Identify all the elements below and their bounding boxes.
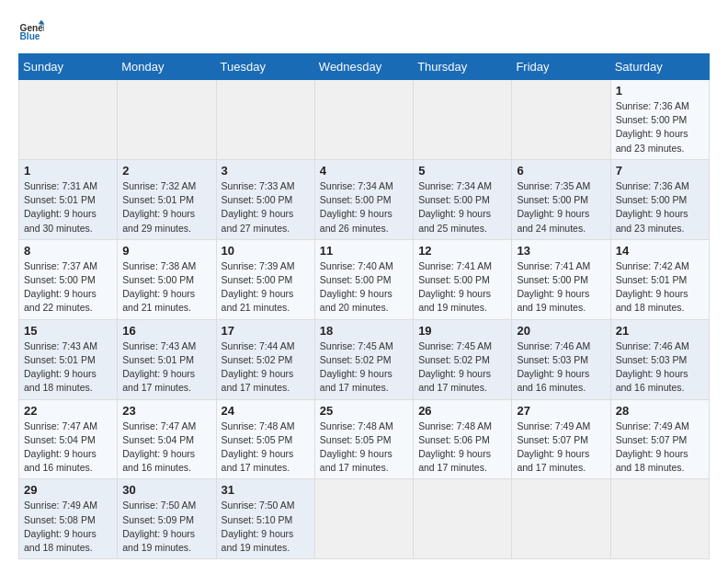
week-row-6: 29Sunrise: 7:49 AMSunset: 5:08 PMDayligh… [19, 479, 710, 559]
day-info: Sunrise: 7:34 AMSunset: 5:00 PMDaylight:… [418, 180, 492, 234]
day-info: Sunrise: 7:41 AMSunset: 5:00 PMDaylight:… [517, 260, 590, 314]
day-number: 26 [418, 404, 506, 418]
day-info: Sunrise: 7:50 AMSunset: 5:09 PMDaylight:… [122, 500, 196, 553]
calendar-cell [216, 80, 314, 160]
day-info: Sunrise: 7:45 AMSunset: 5:02 PMDaylight:… [320, 340, 393, 394]
calendar-cell: 6Sunrise: 7:35 AMSunset: 5:00 PMDaylight… [512, 159, 610, 239]
calendar-cell: 22Sunrise: 7:47 AMSunset: 5:04 PMDayligh… [19, 399, 118, 479]
day-info: Sunrise: 7:40 AMSunset: 5:00 PMDaylight:… [320, 260, 393, 314]
day-info: Sunrise: 7:43 AMSunset: 5:01 PMDaylight:… [24, 340, 97, 394]
day-number: 1 [24, 164, 112, 178]
day-info: Sunrise: 7:49 AMSunset: 5:07 PMDaylight:… [517, 420, 590, 474]
week-row-2: 1Sunrise: 7:31 AMSunset: 5:01 PMDaylight… [19, 159, 710, 239]
calendar-cell: 25Sunrise: 7:48 AMSunset: 5:05 PMDayligh… [314, 399, 413, 479]
day-number: 6 [517, 164, 605, 178]
day-number: 20 [517, 324, 605, 338]
calendar-cell: 3Sunrise: 7:33 AMSunset: 5:00 PMDaylight… [216, 159, 314, 239]
day-number: 13 [517, 244, 605, 258]
day-number: 23 [122, 404, 210, 418]
day-info: Sunrise: 7:38 AMSunset: 5:00 PMDaylight:… [122, 260, 196, 314]
calendar-cell: 1Sunrise: 7:31 AMSunset: 5:01 PMDaylight… [19, 159, 118, 239]
day-header-monday: Monday [118, 54, 216, 80]
day-header-friday: Friday [512, 54, 610, 80]
calendar-cell: 7Sunrise: 7:36 AMSunset: 5:00 PMDaylight… [610, 159, 709, 239]
day-number: 24 [222, 404, 310, 418]
day-number: 7 [616, 164, 704, 178]
day-number: 31 [222, 483, 310, 497]
calendar-cell: 2Sunrise: 7:32 AMSunset: 5:01 PMDaylight… [118, 159, 216, 239]
day-number: 21 [616, 324, 704, 338]
day-info: Sunrise: 7:35 AMSunset: 5:00 PMDaylight:… [517, 180, 590, 234]
calendar-cell: 10Sunrise: 7:39 AMSunset: 5:00 PMDayligh… [216, 239, 314, 319]
day-number: 12 [418, 244, 506, 258]
day-number: 16 [122, 324, 210, 338]
calendar-cell: 17Sunrise: 7:44 AMSunset: 5:02 PMDayligh… [216, 319, 314, 399]
calendar-cell: 18Sunrise: 7:45 AMSunset: 5:02 PMDayligh… [314, 319, 413, 399]
calendar-cell [19, 80, 118, 160]
calendar-cell [414, 479, 512, 559]
calendar-cell: 12Sunrise: 7:41 AMSunset: 5:00 PMDayligh… [414, 239, 512, 319]
day-number: 1 [616, 84, 704, 98]
calendar-cell [610, 479, 709, 559]
day-number: 10 [222, 244, 310, 258]
day-info: Sunrise: 7:50 AMSunset: 5:10 PMDaylight:… [222, 500, 295, 553]
calendar-cell: 11Sunrise: 7:40 AMSunset: 5:00 PMDayligh… [314, 239, 413, 319]
calendar-cell [512, 80, 610, 160]
day-number: 14 [616, 244, 704, 258]
calendar-cell: 13Sunrise: 7:41 AMSunset: 5:00 PMDayligh… [512, 239, 610, 319]
calendar-cell [512, 479, 610, 559]
day-info: Sunrise: 7:31 AMSunset: 5:01 PMDaylight:… [24, 180, 97, 234]
day-info: Sunrise: 7:36 AMSunset: 5:00 PMDaylight:… [616, 180, 689, 234]
day-number: 19 [418, 324, 506, 338]
calendar-cell: 28Sunrise: 7:49 AMSunset: 5:07 PMDayligh… [610, 399, 709, 479]
day-info: Sunrise: 7:48 AMSunset: 5:05 PMDaylight:… [320, 420, 393, 474]
calendar-cell: 8Sunrise: 7:37 AMSunset: 5:00 PMDaylight… [19, 239, 118, 319]
day-info: Sunrise: 7:44 AMSunset: 5:02 PMDaylight:… [222, 340, 295, 394]
day-number: 17 [222, 324, 310, 338]
svg-text:Blue: Blue [20, 31, 40, 41]
day-header-thursday: Thursday [414, 54, 512, 80]
day-number: 27 [517, 404, 605, 418]
calendar-cell: 31Sunrise: 7:50 AMSunset: 5:10 PMDayligh… [216, 479, 314, 559]
day-info: Sunrise: 7:49 AMSunset: 5:08 PMDaylight:… [24, 500, 97, 553]
calendar-cell: 4Sunrise: 7:34 AMSunset: 5:00 PMDaylight… [314, 159, 413, 239]
day-info: Sunrise: 7:46 AMSunset: 5:03 PMDaylight:… [517, 340, 590, 394]
day-info: Sunrise: 7:49 AMSunset: 5:07 PMDaylight:… [616, 420, 689, 474]
calendar-cell: 5Sunrise: 7:34 AMSunset: 5:00 PMDaylight… [414, 159, 512, 239]
header: General Blue [18, 18, 710, 44]
day-info: Sunrise: 7:47 AMSunset: 5:04 PMDaylight:… [24, 420, 97, 474]
day-info: Sunrise: 7:33 AMSunset: 5:00 PMDaylight:… [222, 180, 295, 234]
day-number: 11 [320, 244, 408, 258]
calendar-cell: 1Sunrise: 7:36 AMSunset: 5:00 PMDaylight… [610, 80, 709, 160]
day-number: 25 [320, 404, 408, 418]
day-header-saturday: Saturday [610, 54, 709, 80]
calendar-cell: 27Sunrise: 7:49 AMSunset: 5:07 PMDayligh… [512, 399, 610, 479]
calendar-cell: 15Sunrise: 7:43 AMSunset: 5:01 PMDayligh… [19, 319, 118, 399]
day-info: Sunrise: 7:47 AMSunset: 5:04 PMDaylight:… [122, 420, 196, 474]
calendar-cell [118, 80, 216, 160]
day-info: Sunrise: 7:48 AMSunset: 5:05 PMDaylight:… [222, 420, 295, 474]
day-number: 29 [24, 483, 112, 497]
calendar-cell: 24Sunrise: 7:48 AMSunset: 5:05 PMDayligh… [216, 399, 314, 479]
day-info: Sunrise: 7:36 AMSunset: 5:00 PMDaylight:… [616, 100, 689, 154]
day-info: Sunrise: 7:34 AMSunset: 5:00 PMDaylight:… [320, 180, 393, 234]
day-info: Sunrise: 7:46 AMSunset: 5:03 PMDaylight:… [616, 340, 689, 394]
day-number: 5 [418, 164, 506, 178]
day-number: 18 [320, 324, 408, 338]
day-number: 28 [616, 404, 704, 418]
day-info: Sunrise: 7:48 AMSunset: 5:06 PMDaylight:… [418, 420, 492, 474]
calendar-cell [314, 80, 413, 160]
day-info: Sunrise: 7:45 AMSunset: 5:02 PMDaylight:… [418, 340, 492, 394]
day-info: Sunrise: 7:39 AMSunset: 5:00 PMDaylight:… [222, 260, 295, 314]
calendar-cell: 14Sunrise: 7:42 AMSunset: 5:01 PMDayligh… [610, 239, 709, 319]
day-header-wednesday: Wednesday [314, 54, 413, 80]
week-row-1: 1Sunrise: 7:36 AMSunset: 5:00 PMDaylight… [19, 80, 710, 160]
week-row-5: 22Sunrise: 7:47 AMSunset: 5:04 PMDayligh… [19, 399, 710, 479]
day-number: 22 [24, 404, 112, 418]
day-number: 2 [122, 164, 210, 178]
week-row-3: 8Sunrise: 7:37 AMSunset: 5:00 PMDaylight… [19, 239, 710, 319]
day-number: 9 [122, 244, 210, 258]
header-row: SundayMondayTuesdayWednesdayThursdayFrid… [19, 54, 710, 80]
calendar-cell: 30Sunrise: 7:50 AMSunset: 5:09 PMDayligh… [118, 479, 216, 559]
logo-icon: General Blue [18, 18, 44, 44]
